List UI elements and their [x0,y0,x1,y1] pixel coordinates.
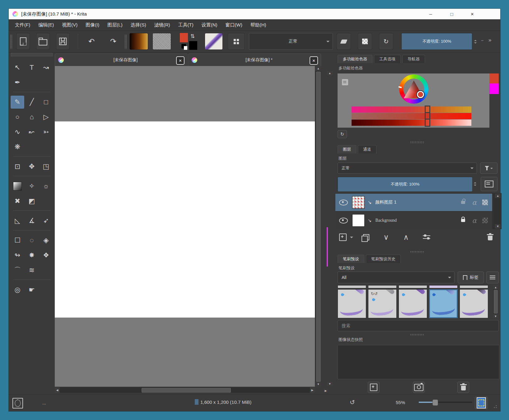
foreground-background-colors[interactable]: ⇅ [179,33,198,50]
spin-down-icon[interactable] [474,185,476,186]
tool-similar-select[interactable]: ✸ [25,248,39,262]
selection-display-button[interactable] [12,398,23,408]
scroll-left-icon[interactable]: ◀ [55,387,60,393]
brush-view-options-button[interactable] [486,271,499,283]
brush-search-input[interactable] [338,320,499,331]
layer-name[interactable]: Background [376,218,461,223]
toolbox-header[interactable] [11,53,53,56]
tool-pan[interactable]: ☛ [25,283,39,297]
spin-up-icon[interactable] [474,182,476,183]
tab-brush-preset-history[interactable]: 笔刷预设历史 [366,255,401,263]
panel-scroll-up-icon[interactable]: ▲ [327,71,333,75]
tool-multibrush[interactable]: ❋ [10,140,25,154]
open-document-button[interactable] [36,33,50,50]
background-color-swatch[interactable] [189,41,197,50]
tool-transform[interactable]: ⊡ [10,160,25,173]
gradient-swatch-button[interactable] [129,33,148,50]
scrollbar-thumb[interactable] [494,290,498,314]
color-cursor[interactable] [417,91,424,98]
menu-file[interactable]: 文件(F) [15,22,30,28]
alpha-icon[interactable]: α [472,217,477,224]
inherit-alpha-icon[interactable] [482,218,488,223]
lock-icon[interactable] [461,219,465,222]
delete-layer-button[interactable] [483,231,497,243]
scroll-right-icon[interactable]: ▶ [310,387,315,393]
layer-properties-button[interactable] [481,177,497,191]
scroll-up-icon[interactable]: ▲ [495,194,501,198]
new-document-button[interactable] [16,33,30,50]
menu-help[interactable]: 帮助(H) [250,22,266,28]
menu-layer[interactable]: 图层(L) [107,22,122,28]
brush-preset-partial[interactable] [368,285,397,288]
zoom-slider[interactable] [419,402,472,403]
toolbar-minus[interactable]: − [481,38,484,43]
tab-navigator[interactable]: 导航器 [402,55,425,63]
scroll-down-icon[interactable]: ▼ [493,314,498,318]
brush-preset-blender-brush[interactable] [460,289,488,318]
tool-gradient[interactable] [10,179,25,193]
maximize-button[interactable]: □ [445,9,459,19]
scroll-up-icon[interactable]: ▲ [493,285,498,289]
save-button[interactable] [56,33,70,50]
brush-tag-filter-dropdown[interactable]: All [338,271,455,283]
lock-icon[interactable] [461,201,465,204]
brush-preset-partial[interactable] [429,285,458,288]
alpha-icon[interactable]: α [472,199,477,206]
tool-text[interactable]: T [25,61,39,74]
redo-button[interactable]: ↷ [105,33,122,50]
tool-pattern-edit[interactable]: ✖ [10,194,25,208]
tool-select-shapes[interactable]: ↖ [10,61,25,74]
hue-slider[interactable] [352,106,471,113]
brush-preset-partial[interactable] [338,285,366,288]
previous-color-swatch[interactable] [489,83,499,94]
tool-edit-shapes[interactable]: ↝ [39,61,53,74]
remove-snapshot-button[interactable] [457,382,469,393]
spin-down-icon[interactable] [474,42,477,44]
foreground-color-swatch[interactable] [180,33,188,42]
undo-button[interactable]: ↶ [83,33,100,50]
layer-fold-icon[interactable]: ↘ [368,200,372,205]
document-tab-2[interactable]: [未保存图像] * ✕ [188,54,321,66]
layer-fold-icon[interactable]: ↘ [368,218,372,223]
tool-rect-select[interactable]: ☐ [10,234,25,247]
opacity-spinner[interactable] [473,36,478,48]
canvas-overview-button[interactable] [475,397,488,409]
toolbar-grip[interactable] [10,35,12,49]
scrollbar-thumb[interactable] [142,388,231,393]
tool-freehand-select[interactable]: ↬ [10,248,25,262]
duplicate-layer-button[interactable] [360,231,372,243]
layer-row[interactable]: ↘ Background α [335,212,492,229]
toolbar-extension-chevron[interactable]: » [488,37,491,43]
menu-select[interactable]: 选择(S) [131,22,146,28]
brush-blending-mode-dropdown[interactable]: 正常 [249,33,333,50]
layer-row[interactable]: ↘ 颜料图层 1 α [335,194,492,211]
menu-filter[interactable]: 滤镜(R) [154,22,170,28]
layer-list-scrollbar[interactable]: ▲ ▼ [495,194,501,229]
docker-resize-handle[interactable] [410,141,424,143]
docker-resize-handle[interactable] [410,334,424,336]
layer-blending-mode-dropdown[interactable]: 正常 [338,163,477,174]
brush-preset-partial[interactable] [460,285,488,288]
menu-edit[interactable]: 编辑(E) [38,22,54,28]
tab-channels[interactable]: 通道 [358,145,376,153]
snapshot-list[interactable] [338,345,499,379]
tool-measure[interactable]: ∡ [25,214,39,228]
canvas-horizontal-scrollbar[interactable]: ◀ ▶ [55,387,315,393]
tool-ellipse-select[interactable]: ◌ [25,234,39,247]
zoom-slider-knob[interactable] [432,399,438,406]
layer-thumbnail[interactable] [352,196,365,209]
tool-dynamic-brush[interactable]: ➳ [39,125,53,139]
refresh-color-history-button[interactable]: ↻ [338,130,347,138]
scrollbar-thumb[interactable] [316,72,321,382]
advanced-color-selector[interactable] [338,73,489,128]
document-tab-1[interactable]: [未保存图像] ✕ [55,54,188,66]
switch-to-snapshot-button[interactable] [413,382,425,393]
tool-crop[interactable]: ◳ [39,160,53,173]
tool-reference-images[interactable]: ➶ [39,214,53,228]
canvas-viewport[interactable] [55,66,315,387]
lightness-slider[interactable] [352,120,471,126]
menu-tools[interactable]: 工具(T) [178,22,194,28]
saturation-slider[interactable] [352,113,471,119]
tool-bezier-select[interactable]: ⌒ [10,263,25,277]
spin-up-icon[interactable] [474,40,477,41]
